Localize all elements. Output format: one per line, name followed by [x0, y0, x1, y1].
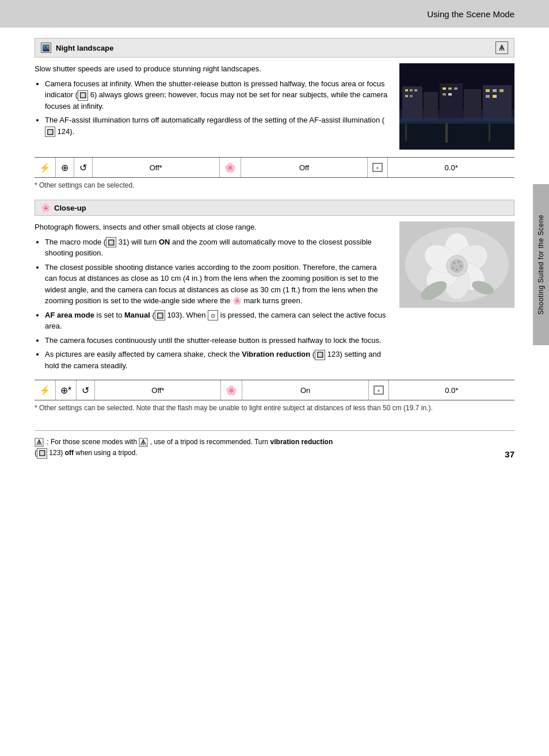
svg-rect-15: [410, 95, 413, 97]
ref-icon-footer: 🔲: [37, 448, 47, 459]
night-mode-icon: 🌃: [41, 43, 51, 53]
section-closeup: 🌸 Close-up Photograph flowers, insects a…: [35, 200, 514, 413]
svg-rect-12: [410, 89, 413, 91]
closeup-text-block: Photograph flowers, insects and other sm…: [35, 222, 390, 374]
macro-icon-night: 🌸: [219, 158, 241, 177]
macro-value-night: Off: [241, 158, 368, 177]
night-bullets: Camera focuses at infinity. When the shu…: [45, 78, 390, 138]
ref-icon-4: 🔲: [155, 310, 165, 320]
exp-value-night: 0.0*: [387, 158, 514, 177]
footer-tripod-icon: [35, 438, 47, 446]
night-photo: [399, 63, 514, 151]
svg-rect-14: [405, 95, 408, 97]
closeup-bullet-3: AF area mode is set to Manual (🔲 103). W…: [45, 310, 390, 332]
section-night-landscape: 🌃 Night landscape Slow shutter speeds ar…: [35, 38, 514, 190]
footer-bold-text: vibration reduction: [270, 438, 333, 446]
footer-tripod-note: : For those scene modes with , use of a …: [35, 430, 514, 459]
mode-cell-night: ⊕: [55, 158, 74, 177]
svg-rect-26: [399, 121, 514, 150]
tripod-inline-svg: [139, 438, 148, 447]
section-label-night: Night landscape: [56, 44, 113, 52]
svg-point-44: [453, 262, 455, 264]
timer-icon-night: ↺: [74, 158, 92, 177]
section-title-closeup: 🌸 Close-up: [41, 203, 86, 212]
night-content-row: Slow shutter speeds are used to produce …: [35, 63, 514, 151]
section-label-closeup: Close-up: [54, 204, 86, 212]
svg-rect-30: [489, 123, 490, 142]
flash-cell-closeup: ⚡: [35, 380, 55, 400]
closeup-intro: Photograph flowers, insects and other sm…: [35, 222, 390, 233]
ref-icon-3: 🔲: [106, 237, 116, 247]
svg-rect-20: [448, 93, 452, 96]
svg-point-46: [460, 265, 462, 268]
flash-cell-night: ⚡: [35, 158, 55, 177]
svg-rect-13: [414, 89, 417, 91]
svg-rect-25: [493, 95, 497, 98]
closeup-mode-icon: 🌸: [41, 203, 51, 212]
closeup-bullet-4: The camera focuses continuously until th…: [45, 335, 390, 346]
svg-point-48: [452, 267, 454, 269]
closeup-bullet-1: The macro mode (🔲 31) will turn ON and t…: [45, 236, 390, 259]
night-text-block: Slow shutter speeds are used to produce …: [35, 63, 390, 151]
closeup-bullets: The macro mode (🔲 31) will turn ON and t…: [45, 236, 390, 372]
exp-value-closeup: 0.0*: [388, 380, 514, 400]
svg-rect-22: [493, 89, 497, 92]
exp-icon-closeup: ±: [368, 380, 388, 400]
closeup-bullet-5: As pictures are easily affected by camer…: [45, 349, 390, 371]
svg-rect-19: [443, 93, 446, 96]
ref-icon-2: 🔲: [45, 127, 55, 137]
closeup-footnote: * Other settings can be selected. Note t…: [35, 403, 514, 413]
tripod-svg: [498, 44, 506, 52]
timer-icon-closeup: ↺: [76, 380, 94, 400]
exp-comp-icon: ±: [372, 163, 383, 172]
section-header-night: 🌃 Night landscape: [35, 38, 514, 58]
footer-note-prefix: : For those scene modes with: [47, 438, 139, 446]
timer-value-closeup: Off*: [94, 380, 220, 400]
section-title-night: 🌃 Night landscape: [41, 43, 113, 53]
svg-rect-18: [454, 87, 458, 90]
page-number: 37: [505, 449, 514, 459]
closeup-settings-row: ⚡ ⊕* ↺ Off* 🌸 On ± 0.0*: [35, 380, 514, 400]
closeup-photo: [399, 222, 514, 374]
closeup-bullet-2: The closest possible shooting distance v…: [45, 262, 390, 307]
night-settings-row: ⚡ ⊕ ↺ Off* 🌸 Off ± 0.0*: [35, 157, 514, 178]
exp-comp-icon-2: ±: [373, 385, 384, 395]
svg-rect-7: [424, 92, 438, 121]
svg-point-45: [458, 261, 460, 263]
svg-rect-24: [486, 95, 490, 98]
svg-rect-23: [500, 89, 504, 92]
svg-rect-31: [399, 118, 514, 124]
svg-rect-9: [464, 89, 481, 121]
tripod-icon: [495, 41, 508, 54]
night-scene-svg: [399, 63, 514, 150]
page-title: Using the Scene Mode: [427, 9, 514, 19]
exp-icon-night: ±: [367, 158, 387, 177]
night-intro: Slow shutter speeds are used to produce …: [35, 63, 390, 75]
svg-text:±: ±: [378, 388, 380, 393]
svg-rect-17: [448, 87, 452, 90]
night-footnote: * Other settings can be selected.: [35, 180, 514, 190]
macro-icon-closeup: 🌸: [220, 380, 242, 400]
macro-value-closeup: On: [242, 380, 368, 400]
mode-cell-closeup: ⊕*: [55, 380, 76, 400]
svg-rect-11: [405, 89, 408, 91]
svg-rect-16: [443, 87, 446, 90]
svg-point-47: [456, 269, 458, 271]
svg-rect-21: [486, 89, 490, 92]
ok-button-icon: ⊙: [208, 310, 218, 320]
flower-scene-svg: [399, 222, 514, 308]
ref-icon-5: 🔲: [315, 350, 325, 360]
svg-rect-28: [405, 124, 407, 141]
header-bar: Using the Scene Mode: [0, 0, 549, 28]
svg-text:±: ±: [376, 165, 379, 170]
section-header-closeup: 🌸 Close-up: [35, 200, 514, 216]
timer-value-night: Off*: [92, 158, 219, 177]
closeup-content-row: Photograph flowers, insects and other sm…: [35, 222, 514, 374]
night-bullet-2: The AF-assist illumination turns off aut…: [45, 114, 390, 137]
svg-rect-29: [445, 123, 448, 143]
tripod-footer-svg: [35, 438, 44, 447]
main-content: 🌃 Night landscape Slow shutter speeds ar…: [0, 28, 549, 471]
night-bullet-1: Camera focuses at infinity. When the shu…: [45, 78, 390, 112]
ref-icon: 🔲: [78, 90, 88, 101]
footer-off-text: off: [65, 449, 74, 457]
